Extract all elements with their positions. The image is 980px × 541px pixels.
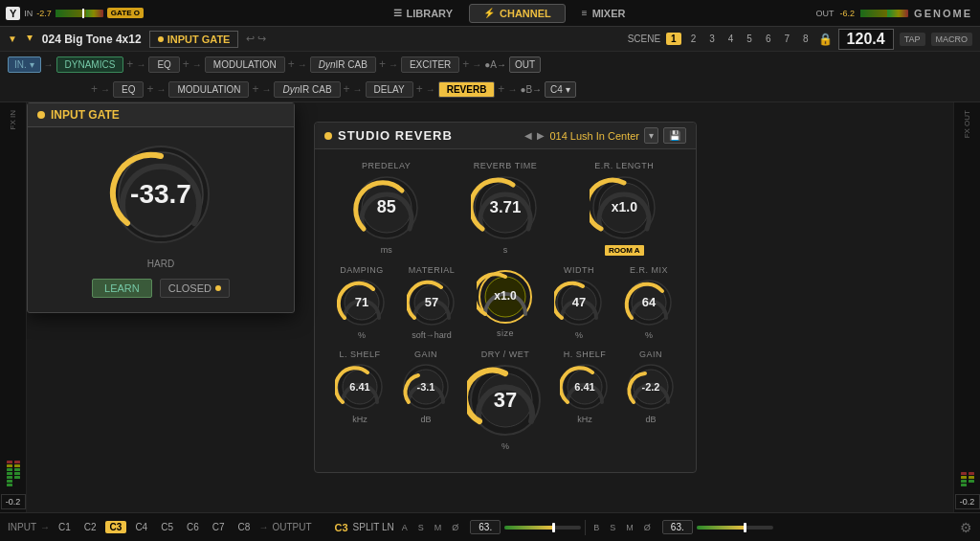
channel-c7[interactable]: C7 [208,521,230,533]
plus-5[interactable]: + [462,57,469,71]
tab-library[interactable]: ☰ LIBRARY [379,4,467,23]
scene-3[interactable]: 3 [705,33,719,45]
closed-button[interactable]: CLOSED [160,279,230,298]
l-gain-knob[interactable]: -3.1 [401,362,451,412]
bpm-display[interactable]: 120.4 [838,29,894,50]
preset-arrow-down[interactable]: ▼ [8,34,17,44]
reverb-save-button[interactable]: 💾 [663,127,686,144]
left-vu-meter: FX IN [0,102,27,513]
learn-button[interactable]: LEARN [92,279,152,298]
width-knob[interactable]: 47 [554,278,604,327]
gate-value: -33.7 [130,181,191,208]
reverb-dot [324,132,332,140]
a-button[interactable]: A [398,522,412,533]
predelay-knob[interactable]: 85 [352,173,421,242]
in-button[interactable]: IN. ▾ [8,56,41,73]
tab-channel[interactable]: ⚡ CHANNEL [469,4,566,23]
reverb-time-knob[interactable]: 3.71 [471,173,540,242]
plus-3[interactable]: + [288,57,295,71]
volume-display-right[interactable]: 63. [662,520,693,534]
s2-button[interactable]: S [606,522,619,533]
redo-button[interactable]: ↪ [257,33,266,45]
right-vu-bar-1 [961,138,967,494]
channel-icon: ⚡ [483,8,495,18]
chain-reverb[interactable]: REVERB [438,81,496,98]
plus-r2-2[interactable]: + [146,82,153,96]
channel-c2[interactable]: C2 [79,521,101,533]
phase2-button[interactable]: Ø [640,522,655,533]
m-button[interactable]: M [431,522,446,533]
material-knob[interactable]: 57 [407,278,457,327]
chain-modulation-2[interactable]: MODULATION [168,81,249,98]
out-button-1[interactable]: OUT [509,56,541,73]
s-button[interactable]: S [414,522,428,533]
dry-wet-knob[interactable]: 37 [467,362,544,439]
channel-c5[interactable]: C5 [156,521,178,533]
gate-knob-container[interactable]: -33.7 [108,142,213,247]
y-logo[interactable]: Y [6,7,20,20]
er-mix-knob[interactable]: 64 [624,278,674,327]
chain-dynir-2[interactable]: DynIR CAB [274,81,340,98]
chain-modulation-1[interactable]: MODULATION [205,56,285,73]
reverb-preset-dropdown[interactable]: ▾ [644,127,658,144]
gear-button[interactable]: ⚙ [960,520,972,535]
undo-button[interactable]: ↩ [246,33,255,45]
plus-r2-1[interactable]: + [91,82,98,96]
preset-arrow-up[interactable]: ▲ [25,34,34,44]
reverb-row-1: PREDELAY 85 ms [329,161,681,256]
input-gate-badge[interactable]: INPUT GATE [149,31,239,48]
l-shelf-knob[interactable]: 6.41 [335,362,385,412]
center-content: INPUT GATE -33.7 HARD [27,102,953,513]
chain-delay[interactable]: DELAY [366,81,413,98]
chain-eq-2[interactable]: EQ [113,81,144,98]
tab-mixer[interactable]: ≡ MIXER [568,4,640,23]
fader-track-right[interactable] [697,526,773,530]
volume-display-left[interactable]: 63. [470,520,501,534]
chain-eq-1[interactable]: EQ [148,56,179,73]
channel-c8[interactable]: C8 [234,521,256,533]
damping-knob[interactable]: 71 [337,278,387,327]
dynamics-button[interactable]: DYNAMICS [56,56,124,73]
plus-2[interactable]: + [183,57,189,71]
scene-7[interactable]: 7 [780,33,793,45]
macro-button[interactable]: MACRO [931,33,973,46]
channel-c3[interactable]: C3 [105,521,127,533]
scene-5[interactable]: 5 [743,33,756,45]
er-mix-unit: % [645,330,653,340]
mixer-icon: ≡ [582,8,588,18]
split-info: C3 SPLIT LN [334,522,393,533]
h-gain-knob[interactable]: -2.2 [626,362,676,412]
channel-c6[interactable]: C6 [182,521,204,533]
plus-1[interactable]: + [126,57,133,71]
er-length-knob[interactable]: x1.0 [590,173,658,242]
phase-button[interactable]: Ø [448,522,462,533]
plus-4[interactable]: + [379,57,386,71]
m2-button[interactable]: M [622,522,637,533]
chain-exciter-1[interactable]: EXCITER [401,56,459,73]
scene-2[interactable]: 2 [687,33,701,45]
arrow-6: → [472,59,481,70]
arrow-r2-4: → [353,84,363,95]
gate-badge[interactable]: GATE O [107,8,144,18]
plus-r2-6[interactable]: + [498,82,504,96]
plus-r2-5[interactable]: + [416,82,423,96]
scene-1-active[interactable]: 1 [666,33,681,45]
chain-dynir-1[interactable]: DynIR CAB [310,56,376,73]
plus-r2-4[interactable]: + [344,82,350,96]
channel-c4[interactable]: C4 [130,521,152,533]
scene-6[interactable]: 6 [762,33,775,45]
b-button[interactable]: B [590,522,603,533]
h-shelf-knob[interactable]: 6.41 [560,362,610,412]
plus-r2-3[interactable]: + [252,82,258,96]
channel-c1[interactable]: C1 [54,521,76,533]
h-shelf-group: H. SHELF 6.41 kHz [560,349,610,424]
damping-unit: % [358,330,366,340]
scene-8[interactable]: 8 [799,33,813,45]
tap-button[interactable]: TAP [900,33,925,46]
size-knob[interactable]: x1.0 [477,268,534,326]
scene-4[interactable]: 4 [724,33,738,45]
out-button-2[interactable]: C4 ▾ [545,81,576,98]
preset-next-button[interactable]: ▶ [537,130,545,141]
fader-track-left[interactable] [504,526,581,530]
preset-prev-button[interactable]: ◀ [524,130,532,141]
